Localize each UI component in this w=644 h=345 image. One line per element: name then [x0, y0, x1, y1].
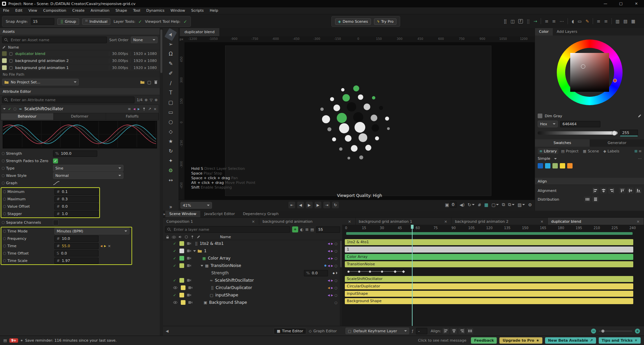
tab-javascript-editor[interactable]: JavaScript Editor: [200, 211, 239, 217]
attribute-value-input[interactable]: #10.0: [54, 235, 99, 242]
prev-keyframe-icon[interactable]: ◀: [328, 279, 330, 282]
grid-snap-icon[interactable]: #: [478, 202, 481, 207]
attribute-scrollbar[interactable]: [160, 28, 163, 336]
layer-scrollbar[interactable]: [340, 240, 342, 327]
timeline[interactable]: 0153045607590105120135150165180195210225…: [342, 225, 644, 326]
asset-search[interactable]: [2, 37, 107, 43]
attribute-value-input[interactable]: #1.0: [54, 211, 99, 217]
solo-circle-icon[interactable]: ○: [334, 286, 337, 290]
close-button[interactable]: ×: [629, 0, 644, 7]
layer-color-chip[interactable]: [181, 285, 185, 290]
chevron-down-icon[interactable]: [554, 158, 557, 159]
popout-icon[interactable]: ↗: [148, 107, 151, 111]
keyframe-circle-icon[interactable]: [369, 271, 371, 273]
loop-button[interactable]: ↻: [332, 202, 339, 208]
guides-icon[interactable]: ⧉: [508, 202, 515, 207]
graph-editor-button[interactable]: ◇Graph Editor: [306, 328, 339, 334]
attribute-checkbox[interactable]: [53, 220, 59, 225]
menu-icon[interactable]: ≡: [128, 107, 131, 111]
sort-order-dropdown[interactable]: None: [131, 37, 158, 43]
grid-layout-icon[interactable]: ▦: [631, 19, 635, 24]
collapse-panel-icon[interactable]: ◀: [166, 329, 168, 333]
checker-icon[interactable]: ▨: [518, 202, 525, 207]
magnet-tool[interactable]: Ω: [166, 50, 176, 58]
play-button[interactable]: ▶: [306, 202, 313, 208]
solo-circle-icon[interactable]: ○: [334, 264, 337, 268]
timeline-zoom-slider[interactable]: [599, 331, 632, 332]
attribute-socket-icon[interactable]: [3, 190, 6, 193]
distribute-horizontal-button[interactable]: [584, 196, 591, 202]
attribute-socket-icon[interactable]: [2, 152, 5, 155]
visibility-toggle[interactable]: ✓: [173, 249, 176, 253]
keyframe-circle-icon[interactable]: [358, 271, 360, 273]
prev-keyframe-icon[interactable]: ◀: [328, 242, 330, 245]
layer-color-chip[interactable]: [179, 293, 184, 297]
filter-icon[interactable]: ▽: [150, 98, 152, 102]
work-area-bar[interactable]: [346, 232, 633, 235]
text-align-left-icon[interactable]: ≡: [597, 19, 600, 24]
color-swatch[interactable]: [552, 163, 558, 168]
clear-keyframes-icon[interactable]: ×: [108, 244, 111, 248]
visibility-toggle[interactable]: ✓: [173, 278, 176, 283]
swatch-more-icon[interactable]: ⋯: [638, 156, 642, 161]
tab-dependency-graph[interactable]: Dependency Graph: [239, 211, 282, 217]
color-swatch[interactable]: [560, 163, 565, 168]
prev-keyframe-icon[interactable]: ◀: [328, 294, 330, 297]
grid-dots-icon[interactable]: ⣿: [503, 19, 507, 24]
brush-tool[interactable]: ✎: [166, 59, 176, 68]
next-keyframe-icon[interactable]: ▶: [104, 245, 106, 248]
asset-row[interactable]: ▢background grid animation 230.00fps1920…: [0, 57, 160, 64]
audio-icon[interactable]: ◀): [460, 202, 465, 207]
attribute-value-input[interactable]: #0.3: [54, 196, 99, 202]
layer-row[interactable]: ✓▦Color Array◀▶○: [163, 255, 339, 262]
status-button-tips-and-tricks[interactable]: Tips and Tricks☀: [599, 337, 641, 344]
gear-tool[interactable]: ⚙: [166, 166, 176, 175]
tl-align-left-button[interactable]: [442, 328, 449, 334]
color-swatch[interactable]: [545, 163, 550, 168]
attribute-socket-icon[interactable]: [2, 159, 5, 162]
filter-layers-icon[interactable]: ◐: [300, 227, 304, 232]
composition-tab[interactable]: background grid animation×: [259, 218, 356, 225]
prev-keyframe-icon[interactable]: ◀: [100, 245, 102, 248]
zoom-dropdown[interactable]: 41%: [180, 202, 212, 209]
layer-color-chip[interactable]: [179, 263, 184, 268]
attribute-socket-icon[interactable]: [3, 212, 6, 215]
line-tool[interactable]: ∕: [166, 79, 176, 87]
zoom-out-button[interactable]: −: [591, 329, 596, 334]
polygon-tool[interactable]: ◇: [166, 127, 176, 136]
grid-view-icon[interactable]: ⊞: [635, 149, 638, 153]
star-tool[interactable]: ★: [166, 137, 176, 146]
solo-circle-icon[interactable]: ○: [334, 279, 337, 282]
attribute-value-input[interactable]: %100.0: [53, 150, 97, 157]
visibility-toggle[interactable]: ✓: [173, 264, 176, 268]
timeline-track-bar[interactable]: 1: [345, 247, 633, 253]
timeline-zoom-handle[interactable]: [601, 330, 604, 333]
keyframe-diamond-icon[interactable]: [394, 270, 396, 273]
attribute-search-input[interactable]: [10, 97, 132, 102]
layer-color-chip[interactable]: [179, 241, 184, 246]
menu-file[interactable]: File: [0, 7, 12, 14]
prev-frame-button[interactable]: ◀: [297, 202, 304, 208]
layer-row[interactable]: ✓▢inputShape◀▶○: [163, 291, 339, 299]
attribute-value-input[interactable]: S0.0: [54, 250, 99, 257]
attribute-socket-icon[interactable]: [3, 205, 6, 208]
color-swatch[interactable]: [567, 163, 573, 168]
attribute-socket-icon[interactable]: [2, 167, 5, 170]
next-frame-button[interactable]: ▶: [315, 202, 321, 208]
prev-keyframe-icon[interactable]: ◀: [328, 257, 330, 260]
flat-view-icon[interactable]: ⊞: [305, 227, 308, 232]
close-tab-icon[interactable]: ×: [443, 219, 448, 224]
solo-circle-icon[interactable]: ○: [334, 242, 337, 246]
go-to-start-button[interactable]: ⇤: [288, 202, 295, 208]
attribute-dropdown[interactable]: Minutes (BPM): [54, 228, 129, 234]
attribute-dropdown[interactable]: Sine: [53, 165, 123, 171]
ellipse-tool[interactable]: ○: [166, 118, 176, 126]
menu-scripts[interactable]: Scripts: [188, 7, 207, 14]
next-keyframe-icon[interactable]: ▶: [331, 286, 333, 289]
attribute-value-input[interactable]: #0.1: [54, 189, 99, 195]
close-tab-icon[interactable]: ×: [540, 219, 544, 224]
search-settings-icon[interactable]: ⊕: [145, 98, 148, 102]
keyframe-circle-icon[interactable]: [381, 271, 383, 273]
menu-composition[interactable]: Composition: [40, 7, 69, 14]
layer-tools-check-icon[interactable]: ✓: [138, 19, 142, 24]
